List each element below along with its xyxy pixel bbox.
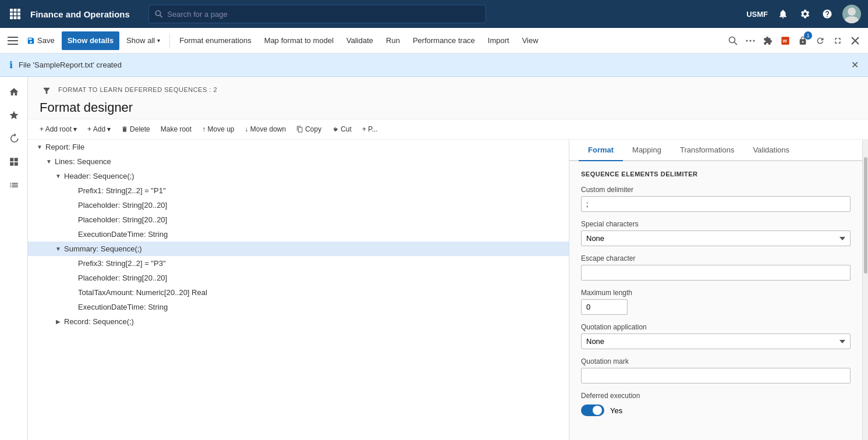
svg-point-16 xyxy=(729,37,735,42)
tree-item[interactable]: Placeholder: String[20..20] xyxy=(28,271,569,285)
toggle-icon[interactable]: ▼ xyxy=(35,144,44,150)
tree-item-selected[interactable]: ▼ Summary: Sequence(;) xyxy=(28,242,569,256)
expand-icon[interactable] xyxy=(831,34,845,48)
refresh-icon[interactable] xyxy=(813,34,827,48)
tree-item[interactable]: ▼ Lines: Sequence xyxy=(28,154,569,169)
tree-panel: ▼ Report: File ▼ Lines: Sequence ▼ Heade… xyxy=(28,140,569,440)
infobar-close-button[interactable]: ✕ xyxy=(851,59,859,70)
sidenav-home[interactable] xyxy=(3,81,24,102)
view-button[interactable]: View xyxy=(516,31,544,50)
format-enumerations-button[interactable]: Format enumerations xyxy=(173,31,257,50)
show-all-button[interactable]: Show all ▾ xyxy=(121,31,166,50)
tree-item[interactable]: Placeholder: String[20..20] xyxy=(28,212,569,227)
tree-item-label: Prefix1: String[2..2] = "P1" xyxy=(77,186,569,195)
svg-rect-15 xyxy=(8,44,18,45)
puzzle-icon[interactable] xyxy=(761,34,775,48)
tree-item-label: Prefix3: String[2..2] = "P3" xyxy=(77,259,569,268)
tree-item[interactable]: ▶ Record: Sequence(;) xyxy=(28,314,569,329)
special-characters-select[interactable]: None Windows Unix xyxy=(581,230,851,246)
tree-item[interactable]: Placeholder: String[20..20] xyxy=(28,198,569,212)
tree-item[interactable]: ExecutionDateTime: String xyxy=(28,227,569,242)
map-format-to-model-button[interactable]: Map format to model xyxy=(258,31,339,50)
notifications-icon[interactable] xyxy=(776,7,790,21)
tab-validations[interactable]: Validations xyxy=(743,140,799,161)
more-options-icon[interactable] xyxy=(743,34,757,48)
scrollbar-thumb[interactable] xyxy=(864,157,867,274)
sidenav-list[interactable] xyxy=(3,175,24,196)
svg-line-10 xyxy=(160,15,162,17)
escape-character-input[interactable] xyxy=(581,265,851,281)
save-button[interactable]: Save xyxy=(21,31,61,50)
tree-item[interactable]: ▼ Report: File xyxy=(28,140,569,154)
help-icon[interactable] xyxy=(820,7,834,21)
hamburger-icon[interactable] xyxy=(6,34,20,48)
tree-item[interactable]: Prefix1: String[2..2] = "P1" xyxy=(28,183,569,198)
svg-point-18 xyxy=(746,40,748,41)
move-up-button[interactable]: ↑ Move up xyxy=(197,123,239,136)
quotation-mark-field: Quotation mark xyxy=(581,357,851,384)
scrollbar-track[interactable] xyxy=(862,140,868,440)
svg-rect-1 xyxy=(14,9,17,12)
quotation-application-select[interactable]: None All Strings only xyxy=(581,333,851,349)
deferred-execution-toggle[interactable] xyxy=(581,404,604,416)
performance-trace-button[interactable]: Performance trace xyxy=(407,31,481,50)
badge-icon[interactable]: 1 xyxy=(796,34,810,48)
quotation-mark-input[interactable] xyxy=(581,368,851,384)
tree-item-label: Summary: Sequence(;) xyxy=(63,244,569,253)
toggle-icon[interactable]: ▼ xyxy=(54,173,63,179)
tab-transformations[interactable]: Transformations xyxy=(671,140,743,161)
sidenav-recent[interactable] xyxy=(3,128,24,149)
filter-icon[interactable] xyxy=(40,84,54,98)
add-root-chevron: ▾ xyxy=(73,125,77,133)
right-panel: Format Mapping Transformations Validatio… xyxy=(569,140,862,440)
sidenav-favorites[interactable] xyxy=(3,105,24,126)
toggle-icon[interactable]: ▼ xyxy=(54,246,63,252)
make-root-button[interactable]: Make root xyxy=(156,123,196,136)
validate-button[interactable]: Validate xyxy=(341,31,379,50)
tab-mapping[interactable]: Mapping xyxy=(623,140,671,161)
custom-delimiter-input[interactable] xyxy=(581,196,851,212)
search-input[interactable] xyxy=(167,10,480,19)
page-subtitle: FORMAT TO LEARN DEFERRED SEQUENCES : 2 xyxy=(58,86,217,93)
toggle-icon[interactable]: ▼ xyxy=(44,158,54,165)
toggle-icon xyxy=(68,187,77,194)
cut-button[interactable]: Cut xyxy=(327,123,356,136)
toggle-icon[interactable]: ▶ xyxy=(54,318,63,325)
sidenav-workspaces[interactable] xyxy=(3,151,24,172)
office-icon[interactable]: W xyxy=(778,34,792,48)
quotation-application-label: Quotation application xyxy=(581,323,851,331)
tree-item-label: Record: Sequence(;) xyxy=(63,317,569,326)
special-characters-label: Special characters xyxy=(581,220,851,228)
tree-item[interactable]: Prefix3: String[2..2] = "P3" xyxy=(28,256,569,271)
user-avatar[interactable] xyxy=(842,5,861,23)
search-box[interactable] xyxy=(148,5,486,23)
tab-format[interactable]: Format xyxy=(579,140,623,161)
main-toolbar: Save Show details Show all ▾ Format enum… xyxy=(0,28,868,54)
page-title: Format designer xyxy=(40,100,133,115)
svg-rect-4 xyxy=(14,13,17,16)
paste-button[interactable]: + P... xyxy=(357,123,382,136)
tree-item[interactable]: ExecutionDateTime: String xyxy=(28,300,569,314)
tree-item[interactable]: ▼ Header: Sequence(;) xyxy=(28,169,569,183)
tree-item[interactable]: TotalTaxAmount: Numeric[20..20] Real xyxy=(28,285,569,300)
app-grid-icon[interactable] xyxy=(7,6,23,22)
escape-character-field: Escape character xyxy=(581,254,851,281)
add-root-button[interactable]: + Add root ▾ xyxy=(35,123,82,136)
move-down-button[interactable]: ↓ Move down xyxy=(240,123,290,136)
custom-delimiter-label: Custom delimiter xyxy=(581,186,851,194)
copy-button[interactable]: Copy xyxy=(292,123,326,136)
delete-button[interactable]: Delete xyxy=(116,123,155,136)
show-details-button[interactable]: Show details xyxy=(62,31,119,50)
tree-item-label: Placeholder: String[20..20] xyxy=(77,274,569,282)
app-title: Finance and Operations xyxy=(30,9,130,19)
close-icon[interactable] xyxy=(848,34,862,48)
search-toolbar-icon[interactable] xyxy=(726,34,740,48)
maximum-length-input[interactable] xyxy=(581,299,628,315)
import-button[interactable]: Import xyxy=(482,31,515,50)
svg-rect-7 xyxy=(14,16,17,19)
add-button[interactable]: + Add ▾ xyxy=(83,123,115,136)
show-all-chevron: ▾ xyxy=(157,37,160,44)
settings-icon[interactable] xyxy=(798,7,812,21)
run-button[interactable]: Run xyxy=(380,31,406,50)
tree-item-label: Placeholder: String[20..20] xyxy=(77,201,569,210)
